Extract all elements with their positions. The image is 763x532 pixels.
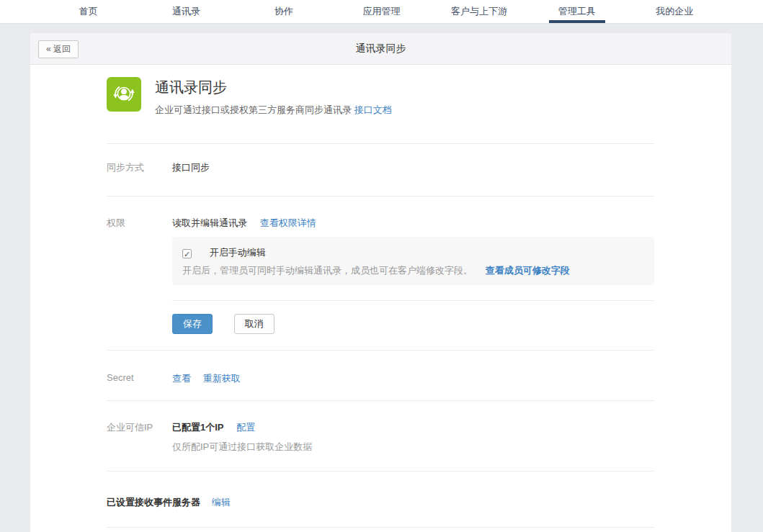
trusted-ip-line: 已配置1个IP 配置 <box>172 421 654 434</box>
permission-detail-link[interactable]: 查看权限详情 <box>260 217 316 228</box>
contact-sync-panel: « 返回 通讯录同步 <box>30 33 731 532</box>
app-description-text: 企业可通过接口或授权第三方服务商同步通讯录 <box>155 104 352 115</box>
sync-method-row: 同步方式 接口同步 <box>107 144 654 196</box>
panel-content: 通讯录同步 企业可通过接口或授权第三方服务商同步通讯录 接口文档 同步方式 接口… <box>107 65 654 532</box>
nav-item-home[interactable]: 首页 <box>40 0 138 23</box>
event-server-status: 已设置接收事件服务器 <box>107 497 200 508</box>
trusted-ip-note: 仅所配IP可通过接口获取企业数据 <box>172 441 654 454</box>
manual-edit-description-text: 开启后，管理员可同时手动编辑通讯录，成员也可在客户端修改字段。 <box>182 265 473 276</box>
permission-row: 权限 读取并编辑通讯录 查看权限详情 ✓ 开启手动编辑 开启后，管理员可同时手动… <box>107 197 654 350</box>
event-server-edit-link[interactable]: 编辑 <box>212 497 231 508</box>
app-header: 通讯录同步 企业可通过接口或授权第三方服务商同步通讯录 接口文档 <box>107 65 654 117</box>
permission-buttons: 保存 取消 <box>172 314 654 350</box>
secret-refresh-link[interactable]: 重新获取 <box>203 373 241 384</box>
nav-item-collaboration[interactable]: 协作 <box>235 0 333 23</box>
sync-method-label: 同步方式 <box>107 161 172 174</box>
manual-edit-box: ✓ 开启手动编辑 开启后，管理员可同时手动编辑通讯录，成员也可在客户端修改字段。… <box>172 237 654 285</box>
manual-edit-checkbox[interactable]: ✓ <box>182 249 192 258</box>
app-title: 通讯录同步 <box>155 78 392 97</box>
permission-label: 权限 <box>107 217 172 350</box>
app-description: 企业可通过接口或授权第三方服务商同步通讯录 接口文档 <box>155 104 392 117</box>
trusted-ip-value: 已配置1个IP <box>172 422 224 433</box>
close-sync-row: 关闭接口同步 <box>107 528 654 532</box>
trusted-ip-row: 企业可信IP 已配置1个IP 配置 仅所配IP可通过接口获取企业数据 <box>107 401 654 471</box>
panel-header: « 返回 通讯录同步 <box>30 33 731 65</box>
cancel-button[interactable]: 取消 <box>234 314 275 334</box>
divider <box>172 300 654 301</box>
nav-item-customers[interactable]: 客户与上下游 <box>430 0 528 23</box>
editable-fields-link[interactable]: 查看成员可修改字段 <box>486 265 570 276</box>
nav-item-admin-tools[interactable]: 管理工具 <box>528 0 626 23</box>
trusted-ip-value-area: 已配置1个IP 配置 仅所配IP可通过接口获取企业数据 <box>172 421 654 454</box>
secret-row: Secret 查看 重新获取 <box>107 351 654 400</box>
manual-edit-checkbox-row: ✓ 开启手动编辑 <box>182 246 644 259</box>
app-info: 通讯录同步 企业可通过接口或授权第三方服务商同步通讯录 接口文档 <box>155 77 392 117</box>
nav-item-contacts[interactable]: 通讯录 <box>138 0 236 23</box>
api-doc-link[interactable]: 接口文档 <box>354 104 392 115</box>
nav-item-my-company[interactable]: 我的企业 <box>625 0 723 23</box>
permission-value: 读取并编辑通讯录 <box>172 217 247 228</box>
contact-sync-icon <box>107 77 141 112</box>
event-server-row: 已设置接收事件服务器 编辑 <box>107 472 654 527</box>
back-button[interactable]: « 返回 <box>38 40 79 58</box>
permission-line: 读取并编辑通讯录 查看权限详情 <box>172 217 654 230</box>
secret-actions: 查看 重新获取 <box>172 372 654 385</box>
secret-view-link[interactable]: 查看 <box>172 373 191 384</box>
trusted-ip-label: 企业可信IP <box>107 421 172 454</box>
manual-edit-label: 开启手动编辑 <box>210 247 266 258</box>
trusted-ip-config-link[interactable]: 配置 <box>236 422 255 433</box>
save-button[interactable]: 保存 <box>172 314 213 334</box>
nav-item-app-management[interactable]: 应用管理 <box>333 0 431 23</box>
top-navbar: 首页 通讯录 协作 应用管理 客户与上下游 管理工具 我的企业 <box>0 0 763 24</box>
secret-label: Secret <box>107 372 172 385</box>
manual-edit-description: 开启后，管理员可同时手动编辑通讯录，成员也可在客户端修改字段。 查看成员可修改字… <box>182 264 644 276</box>
panel-title: 通讯录同步 <box>356 42 406 55</box>
permission-value-area: 读取并编辑通讯录 查看权限详情 ✓ 开启手动编辑 开启后，管理员可同时手动编辑通… <box>172 217 654 350</box>
sync-method-value: 接口同步 <box>172 161 654 174</box>
